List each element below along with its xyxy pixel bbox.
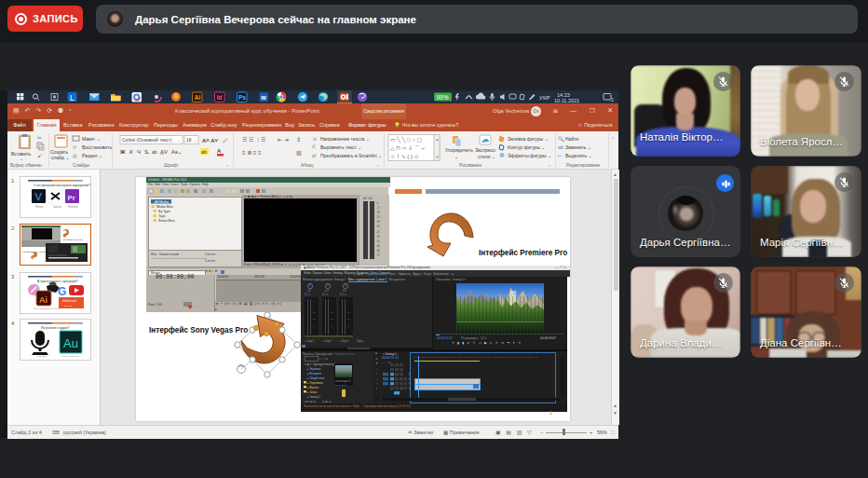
svg-text:УКР: УКР: [539, 94, 550, 101]
svg-text:⌄: ⌄: [177, 138, 181, 143]
svg-text:⌄: ⌄: [194, 138, 197, 143]
svg-text:▸ Титры: ▸ Титры: [307, 390, 317, 394]
svg-text:Раздел ⌄: Раздел ⌄: [82, 153, 102, 158]
svg-text:V: V: [35, 191, 43, 202]
svg-text:▸ Эпизод 1: ▸ Эпизод 1: [307, 395, 320, 399]
svg-text:⇤ ⇥: ⇤ ⇥: [278, 137, 289, 143]
svg-text:Слайды: Слайды: [73, 162, 89, 168]
svg-text:Ps: Ps: [238, 94, 246, 101]
svg-text:Экспресс-: Экспресс-: [475, 147, 497, 153]
svg-text:Фото з масовим контентом: Фото з масовим контентом: [34, 307, 60, 309]
svg-text:Як робити з аудио?: Як робити з аудио?: [41, 326, 70, 330]
svg-text:Заменить ⌄: Заменить ⌄: [565, 144, 591, 150]
svg-text:Рисование: Рисование: [459, 163, 481, 168]
svg-text:△ ⊓ ⇨ ⇩ ⌒ ⌐: △ ⊓ ⇨ ⇩ ⌒ ⌐: [390, 145, 426, 151]
svg-text:Premiere: Premiere: [68, 205, 78, 209]
svg-text:L: L: [70, 93, 75, 102]
svg-text:0,0: 0,0: [307, 289, 311, 293]
svg-text:S̶: S̶: [144, 149, 150, 155]
svg-text:Преобразовать в SmartArt ⌄: Преобразовать в SmartArt ⌄: [320, 153, 382, 158]
svg-text:⌐: ⌐: [377, 163, 380, 168]
svg-text:G: G: [58, 285, 66, 298]
svg-text:▸ Музыка: ▸ Музыка: [307, 386, 319, 389]
svg-text:⌐: ⌐: [549, 163, 551, 168]
svg-text:00:00:28:00: 00:00:28:00: [335, 384, 347, 387]
svg-text:Smart Bins: Smart Bins: [158, 219, 175, 223]
svg-text:Ai: Ai: [195, 94, 201, 101]
svg-text:Звук ▸: Звук ▸: [357, 339, 364, 343]
svg-text:Aa⌄: Aa⌄: [171, 149, 182, 155]
svg-text:shutterstock: shutterstock: [62, 299, 77, 303]
svg-text:10 4 21: 10 4 21: [64, 305, 73, 307]
svg-text:A̲V: A̲V: [160, 149, 168, 155]
svg-text:Макет ⌄: Макет ⌄: [82, 136, 101, 142]
svg-text:🖉: 🖉: [223, 138, 228, 143]
svg-text:Заливка фигуры ⌄: Заливка фигуры ⌄: [508, 136, 549, 142]
svg-text:⌄: ⌄: [20, 156, 23, 161]
svg-text:Б: Б: [409, 387, 411, 390]
svg-text:Найти: Найти: [565, 136, 578, 142]
svg-text:0,0: 0,0: [343, 289, 346, 293]
svg-text:Выделить ⌄: Выделить ⌄: [565, 153, 592, 158]
svg-text:Абзац: Абзац: [301, 163, 314, 168]
svg-text:Au: Au: [63, 336, 78, 350]
svg-text:Упорядочить: Упорядочить: [445, 147, 473, 153]
svg-text:ab: ab: [201, 149, 207, 155]
svg-text:All Media: All Media: [155, 200, 169, 204]
svg-text:Інтерфейс Premiere: Інтерфейс Premiere: [62, 239, 84, 241]
svg-text:🖌: 🖌: [37, 153, 43, 158]
svg-text:Media Bins: Media Bins: [156, 205, 173, 209]
svg-text:⊔ Звук 3: ⊔ Звук 3: [339, 339, 349, 343]
svg-text:Выровнять текст ⌄: Выровнять текст ⌄: [320, 144, 362, 150]
svg-text:⇱: ⇱: [312, 144, 317, 150]
svg-text:▥: ▥: [296, 150, 302, 156]
svg-text:слайд ⌄: слайд ⌄: [51, 155, 70, 160]
svg-text:🔍: 🔍: [558, 135, 564, 143]
svg-text:▻: ▻: [558, 153, 563, 158]
svg-text:≣≣ ▦ ⊞ ⊕ ▦ ⊟: ≣≣ ▦ ⊞ ⊕ ▦ ⊟: [305, 400, 332, 403]
svg-text:ab: ab: [558, 144, 563, 150]
svg-text:⌐: ⌐: [41, 163, 44, 168]
svg-text:Pr: Pr: [68, 194, 75, 202]
svg-text:Направление текста ⌄: Направление текста ⌄: [320, 136, 370, 142]
svg-text:⇕: ⇕: [296, 137, 301, 143]
svg-text:Id: Id: [217, 94, 223, 101]
svg-text:К: К: [129, 149, 133, 155]
svg-text:Редактирование: Редактирование: [566, 163, 601, 168]
svg-text:⌐: ⌐: [226, 163, 229, 168]
svg-text:З чої програми монтувати відео: З чої програми монтувати відеоролик?: [34, 184, 90, 187]
svg-text:Corbel (Основной текст): Corbel (Основной текст): [122, 137, 172, 143]
svg-text:Шрифт: Шрифт: [164, 163, 180, 168]
svg-text:Adobe Audition CC: Adobe Audition CC: [61, 355, 79, 357]
svg-text:А: А: [217, 148, 222, 154]
svg-text:Эффекты фигуры ⌄: Эффекты фигуры ⌄: [508, 153, 551, 158]
svg-text:Filmora: Filmora: [35, 205, 44, 209]
svg-text:▭ ╲ ╲ □ ○ ▢: ▭ ╲ ╲ □ ○ ▢: [390, 136, 422, 143]
svg-text:⟳: ⟳: [73, 144, 77, 150]
svg-text:▤: ▤: [73, 153, 77, 158]
svg-text:Мікрофон: Мікрофон: [37, 355, 47, 357]
svg-text:Ч С ▾: Ч С ▾: [305, 293, 311, 296]
svg-text:⇲: ⇲: [312, 136, 317, 142]
svg-text:CapCut: CapCut: [53, 205, 61, 209]
svg-text:А брати контент, програми?: А брати контент, програми?: [37, 280, 78, 283]
svg-text:99%: 99%: [437, 94, 449, 101]
svg-text:Б: Б: [409, 377, 411, 381]
svg-text:Ai: Ai: [39, 295, 47, 305]
svg-text:✂: ✂: [37, 135, 42, 141]
svg-text:10.11.2021: 10.11.2021: [554, 98, 579, 103]
svg-text:Ч С ▾: Ч С ▾: [322, 293, 329, 296]
svg-text:Секвенция 01: Секвенция 01: [335, 379, 351, 383]
svg-text:Буфер обмена: Буфер обмена: [10, 163, 41, 168]
svg-text:By Type: By Type: [158, 210, 170, 213]
svg-text:стили ⌄: стили ⌄: [478, 154, 495, 159]
svg-text:A˄ A˅: A˄ A˅: [202, 138, 219, 143]
svg-text:Ч С ▾: Ч С ▾: [340, 293, 346, 296]
svg-text:Восстановить: Восстановить: [82, 144, 112, 150]
svg-text:⊔ Звук 2: ⊔ Звук 2: [322, 339, 332, 343]
svg-text:⌃: ⌃: [611, 136, 615, 142]
svg-text:⌄: ⌄: [454, 154, 458, 159]
svg-text:☰ ☱ ⋮☰: ☰ ☱ ⋮☰: [242, 137, 265, 143]
svg-text:⇄: ⇄: [312, 153, 317, 158]
svg-text:Ж: Ж: [119, 149, 126, 155]
